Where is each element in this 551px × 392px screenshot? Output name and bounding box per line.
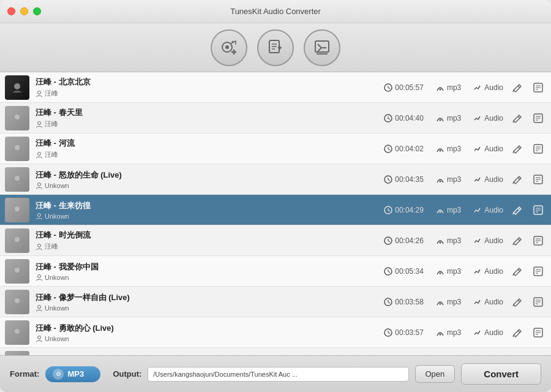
track-actions bbox=[509, 233, 546, 249]
svg-point-11 bbox=[15, 115, 20, 119]
track-thumbnail bbox=[5, 228, 29, 253]
track-row[interactable]: 汪峰 - 像梦一样自由 (Live) Unkown 00:03:58 mp3 A… bbox=[0, 287, 551, 317]
add-music-button[interactable] bbox=[211, 29, 247, 66]
edit-tag-icon[interactable] bbox=[530, 325, 546, 341]
track-list: 汪峰 - 北京北京 汪峰 00:05:57 mp3 Audio bbox=[0, 72, 551, 355]
track-row[interactable]: 汪峰 - 生来彷徨 Unkown 00:04:29 mp3 Audio bbox=[0, 195, 551, 225]
track-actions bbox=[509, 202, 546, 218]
convert-toolbar-button[interactable] bbox=[304, 29, 340, 66]
edit-tag-icon[interactable] bbox=[530, 110, 546, 126]
track-row[interactable]: 汪峰 - 河流 汪峰 00:04:02 mp3 Audio bbox=[0, 134, 551, 164]
svg-point-41 bbox=[15, 298, 20, 303]
edit-format-icon[interactable] bbox=[509, 172, 525, 187]
edit-tag-icon[interactable] bbox=[530, 141, 546, 157]
track-meta: 00:04:29 mp3 Audio bbox=[384, 206, 503, 214]
track-format: mp3 bbox=[436, 206, 461, 214]
track-meta: 00:04:35 mp3 Audio bbox=[384, 175, 503, 184]
track-actions bbox=[509, 80, 546, 96]
edit-format-icon[interactable] bbox=[509, 233, 525, 249]
track-row[interactable]: 张靓颖 - 如果爱下去 bbox=[0, 348, 551, 355]
track-meta: 00:04:40 mp3 Audio bbox=[384, 114, 503, 123]
track-format: mp3 bbox=[436, 83, 461, 92]
edit-tag-icon[interactable] bbox=[530, 202, 546, 218]
svg-point-32 bbox=[38, 244, 41, 247]
open-button[interactable]: Open bbox=[415, 365, 455, 383]
track-type: Audio bbox=[473, 83, 503, 92]
track-format: mp3 bbox=[436, 267, 461, 276]
track-info: 汪峰 - 我爱你中国 Unkown bbox=[36, 262, 384, 281]
track-format: mp3 bbox=[436, 175, 461, 184]
edit-tag-icon[interactable] bbox=[530, 294, 546, 310]
track-duration: 00:05:34 bbox=[384, 267, 424, 276]
track-duration: 00:03:58 bbox=[384, 298, 424, 306]
svg-point-44 bbox=[439, 303, 441, 304]
track-row[interactable]: 汪峰 - 我爱你中国 Unkown 00:05:34 mp3 Audio bbox=[0, 256, 551, 287]
track-thumbnail bbox=[5, 75, 29, 100]
title-bar: TunesKit Audio Converter bbox=[0, 0, 551, 23]
track-row[interactable]: 汪峰 - 怒放的生命 (Live) Unkown 00:04:35 mp3 Au… bbox=[0, 164, 551, 195]
track-title: 汪峰 - 时光倒流 bbox=[36, 230, 384, 241]
track-duration: 00:05:57 bbox=[384, 83, 424, 92]
svg-point-22 bbox=[38, 183, 41, 186]
svg-point-19 bbox=[439, 149, 441, 151]
track-artist: Unkown bbox=[36, 274, 384, 281]
track-meta: 00:04:26 mp3 Audio bbox=[384, 236, 503, 245]
edit-format-icon[interactable] bbox=[509, 263, 525, 279]
svg-point-37 bbox=[38, 274, 41, 277]
svg-point-6 bbox=[14, 83, 20, 89]
track-format: mp3 bbox=[436, 114, 461, 123]
svg-point-39 bbox=[439, 272, 441, 274]
track-type: Audio bbox=[473, 236, 503, 245]
track-row[interactable]: 汪峰 - 春天里 汪峰 00:04:40 mp3 Audio bbox=[0, 103, 551, 134]
track-thumbnail bbox=[5, 351, 29, 356]
window-controls bbox=[7, 7, 41, 15]
edit-format-icon[interactable] bbox=[509, 110, 525, 126]
minimize-button[interactable] bbox=[20, 7, 28, 15]
edit-format-icon[interactable] bbox=[509, 141, 525, 157]
track-row[interactable]: 汪峰 - 时光倒流 汪峰 00:04:26 mp3 Audio bbox=[0, 225, 551, 256]
svg-point-12 bbox=[38, 121, 41, 124]
edit-format-icon[interactable] bbox=[509, 294, 525, 310]
track-type: Audio bbox=[473, 175, 503, 184]
svg-point-9 bbox=[439, 88, 441, 90]
output-label: Output: bbox=[113, 369, 141, 379]
track-row[interactable]: 汪峰 - 勇敢的心 (Live) Unkown 00:03:57 mp3 Aud… bbox=[0, 317, 551, 348]
edit-tag-icon[interactable] bbox=[530, 233, 546, 249]
track-meta: 00:05:34 mp3 Audio bbox=[384, 267, 503, 276]
track-thumbnail bbox=[5, 290, 29, 314]
svg-point-29 bbox=[439, 211, 441, 213]
maximize-button[interactable] bbox=[33, 7, 41, 15]
edit-tag-icon[interactable] bbox=[530, 263, 546, 279]
format-toggle-icon: ⚙ bbox=[53, 369, 64, 380]
track-thumbnail bbox=[5, 167, 29, 192]
track-type: Audio bbox=[473, 114, 503, 123]
edit-tag-icon[interactable] bbox=[530, 80, 546, 96]
track-duration: 00:03:57 bbox=[384, 328, 424, 337]
track-artist: 汪峰 bbox=[36, 89, 384, 98]
track-info: 汪峰 - 像梦一样自由 (Live) Unkown bbox=[36, 292, 384, 312]
edit-tag-icon[interactable] bbox=[530, 172, 546, 187]
edit-format-icon[interactable] bbox=[509, 202, 525, 218]
track-actions bbox=[509, 141, 546, 157]
track-info: 汪峰 - 时光倒流 汪峰 bbox=[36, 230, 384, 251]
track-actions bbox=[509, 325, 546, 341]
track-artist: Unkown bbox=[36, 335, 384, 342]
edit-format-icon[interactable] bbox=[509, 80, 525, 96]
edit-tag-icon[interactable] bbox=[530, 355, 546, 356]
svg-point-49 bbox=[439, 333, 441, 335]
track-type: Audio bbox=[473, 145, 503, 153]
edit-format-icon[interactable] bbox=[509, 355, 525, 356]
track-row[interactable]: 汪峰 - 北京北京 汪峰 00:05:57 mp3 Audio bbox=[0, 72, 551, 103]
track-format: mp3 bbox=[436, 145, 461, 153]
edit-format-icon[interactable] bbox=[509, 325, 525, 341]
track-title: 汪峰 - 勇敢的心 (Live) bbox=[36, 323, 384, 334]
track-type: Audio bbox=[473, 298, 503, 306]
format-select[interactable]: ⚙ MP3 bbox=[45, 366, 100, 382]
format-button[interactable] bbox=[257, 29, 294, 66]
close-button[interactable] bbox=[7, 7, 15, 15]
track-title: 汪峰 - 怒放的生命 (Live) bbox=[36, 170, 384, 181]
svg-point-7 bbox=[38, 91, 41, 94]
convert-button[interactable]: Convert bbox=[461, 363, 541, 385]
svg-point-34 bbox=[439, 241, 441, 243]
svg-point-42 bbox=[38, 305, 41, 308]
